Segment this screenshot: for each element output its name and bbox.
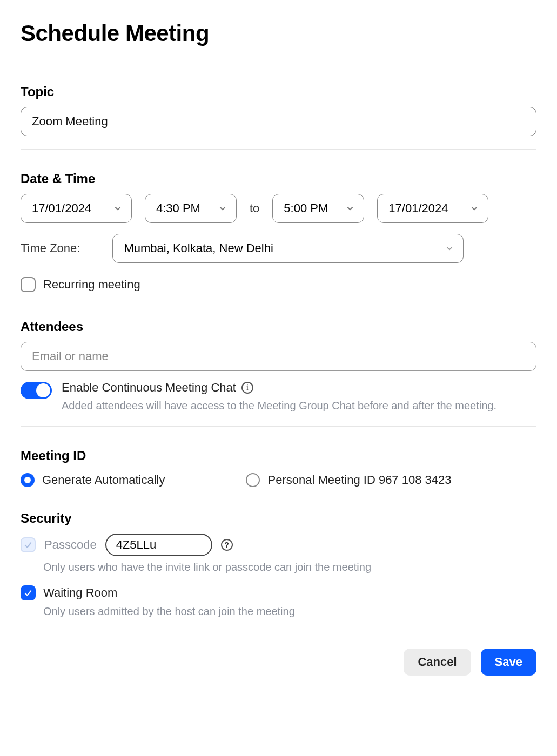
cancel-button[interactable]: Cancel — [404, 649, 471, 676]
chevron-down-icon — [445, 244, 454, 253]
start-time-select[interactable]: 4:30 PM — [145, 194, 237, 223]
end-time-select[interactable]: 5:00 PM — [272, 194, 364, 223]
timezone-label: Time Zone: — [21, 241, 80, 255]
radio-unselected-icon — [246, 473, 260, 487]
end-date-value: 17/01/2024 — [388, 201, 448, 215]
recurring-label: Recurring meeting — [43, 278, 140, 292]
timezone-select[interactable]: Mumbai, Kolkata, New Delhi — [112, 234, 464, 263]
chevron-down-icon — [218, 204, 227, 213]
divider — [21, 426, 536, 427]
recurring-checkbox[interactable] — [21, 277, 36, 292]
end-date-select[interactable]: 17/01/2024 — [377, 194, 488, 223]
start-date-select[interactable]: 17/01/2024 — [21, 194, 132, 223]
waitingroom-checkbox[interactable] — [21, 585, 36, 600]
start-time-value: 4:30 PM — [156, 201, 200, 215]
datetime-label: Date & Time — [21, 171, 536, 186]
divider — [21, 149, 536, 150]
radio-selected-icon — [21, 473, 35, 487]
chevron-down-icon — [345, 204, 355, 213]
passcode-input[interactable] — [105, 534, 212, 556]
topic-label: Topic — [21, 84, 536, 99]
page-title: Schedule Meeting — [21, 21, 536, 46]
end-time-value: 5:00 PM — [284, 201, 328, 215]
attendees-input[interactable] — [21, 342, 536, 371]
waitingroom-label: Waiting Room — [43, 586, 117, 600]
start-date-value: 17/01/2024 — [32, 201, 91, 215]
passcode-desc: Only users who have the invite link or p… — [43, 559, 536, 575]
meetingid-label: Meeting ID — [21, 448, 536, 463]
passcode-checkbox[interactable] — [21, 537, 36, 552]
timezone-value: Mumbai, Kolkata, New Delhi — [124, 241, 273, 255]
attendees-label: Attendees — [21, 319, 536, 334]
security-label: Security — [21, 511, 536, 526]
to-label: to — [250, 201, 259, 215]
chevron-down-icon — [113, 204, 123, 213]
continuous-chat-toggle[interactable] — [21, 382, 52, 399]
divider — [21, 634, 536, 634]
continuous-chat-desc: Added attendees will have access to the … — [62, 398, 536, 413]
chevron-down-icon — [469, 204, 479, 213]
save-button[interactable]: Save — [481, 649, 536, 676]
passcode-label: Passcode — [44, 538, 97, 552]
continuous-chat-title: Enable Continuous Meeting Chat — [62, 381, 236, 395]
meetingid-auto-label: Generate Automatically — [42, 473, 165, 487]
topic-input[interactable] — [21, 107, 536, 136]
help-icon[interactable]: ? — [221, 539, 233, 551]
info-icon[interactable]: i — [241, 382, 253, 394]
meetingid-auto-option[interactable]: Generate Automatically — [21, 473, 165, 487]
meetingid-personal-option[interactable]: Personal Meeting ID 967 108 3423 — [246, 473, 451, 487]
meetingid-personal-label: Personal Meeting ID 967 108 3423 — [267, 473, 451, 487]
waitingroom-desc: Only users admitted by the host can join… — [43, 604, 536, 619]
